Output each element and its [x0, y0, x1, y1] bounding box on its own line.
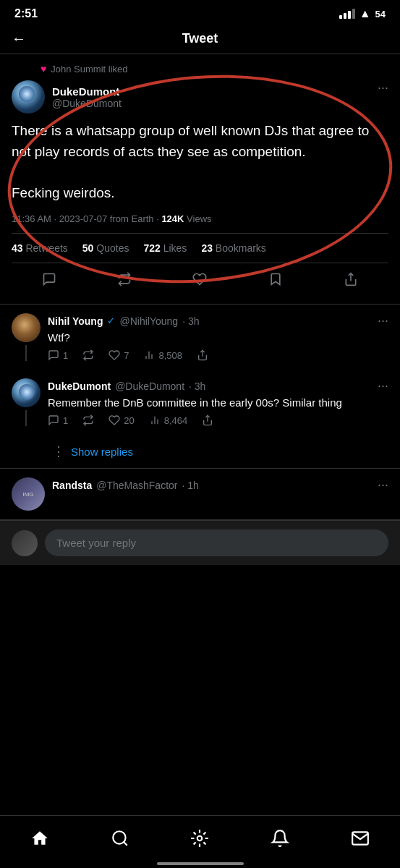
svg-point-11	[197, 836, 203, 841]
tweet-timestamp: 11:36 AM · 2023-07-07 from Earth ·	[12, 213, 161, 224]
reply-text: Wtf?	[48, 331, 388, 344]
back-button[interactable]: ←	[12, 30, 26, 47]
quotes-stat: 50 Quotes	[82, 242, 129, 254]
reply-time: · 3h	[189, 380, 205, 392]
wifi-icon: ▲	[359, 7, 371, 20]
replies-section: Nihil Young ✓ @NihilYoung · 3h ··· Wtf? …	[0, 305, 400, 521]
reply-handle: @DukeDumont	[115, 380, 184, 392]
reply-views: 8,464	[149, 414, 188, 426]
reply-avatar[interactable]	[12, 313, 41, 342]
nav-messages[interactable]	[336, 823, 384, 854]
reply-retweet-button[interactable]	[82, 349, 94, 361]
avatar[interactable]	[12, 80, 45, 114]
verified-icon: ✓	[107, 315, 115, 326]
battery-label: 54	[375, 9, 386, 20]
author-handle: @DukeDumont	[52, 98, 122, 109]
reply-author-name: Nihil Young	[48, 315, 103, 327]
nav-spaces[interactable]	[176, 823, 224, 854]
bottom-nav	[0, 815, 400, 868]
tweet-author-row: DukeDumont @DukeDumont ···	[12, 80, 388, 114]
current-user-avatar	[12, 530, 38, 556]
reply-reply-button[interactable]: 1	[48, 414, 68, 426]
reply-like-button[interactable]: 7	[108, 349, 129, 361]
reply-button[interactable]	[33, 266, 65, 292]
nav-notifications[interactable]	[256, 823, 304, 854]
share-button[interactable]	[335, 266, 367, 292]
reply-share-button[interactable]	[202, 414, 213, 426]
bookmark-button[interactable]	[260, 266, 292, 292]
reply-item: Nihil Young ✓ @NihilYoung · 3h ··· Wtf? …	[0, 305, 400, 370]
reply-more-button[interactable]: ···	[378, 378, 388, 393]
reply-text: Remember the DnB committee in the early …	[48, 396, 388, 409]
header: ← Tweet	[0, 24, 400, 54]
reply-input[interactable]	[45, 529, 388, 556]
like-button[interactable]	[184, 266, 216, 292]
reply-handle: @NihilYoung	[119, 315, 178, 327]
reply-more-button[interactable]: ···	[378, 313, 388, 328]
liked-by-row: ♥ John Summit liked	[41, 63, 388, 75]
randsta-more-button[interactable]: ···	[378, 477, 388, 493]
reply-time: · 3h	[182, 315, 199, 327]
liked-by-text: John Summit liked	[51, 64, 127, 75]
tweet-text: There is a whatsapp group of well known …	[12, 121, 388, 203]
tweet-stats: 43 Retweets 50 Quotes 722 Likes 23 Bookm…	[12, 242, 388, 263]
randsta-handle: @TheMashFactor	[96, 480, 177, 491]
reply-like-button[interactable]: 20	[108, 414, 134, 426]
author-name: DukeDumont	[52, 85, 122, 98]
thread-line	[25, 345, 27, 361]
svg-line-10	[124, 842, 127, 846]
reply-share-button[interactable]	[197, 349, 208, 361]
likes-stat: 722 Likes	[143, 242, 187, 254]
randsta-name: Randsta	[52, 480, 92, 491]
dots-icon: ⋮	[52, 443, 65, 459]
thread-line	[25, 410, 27, 426]
reply-actions: 1 7 8,508	[48, 349, 388, 361]
bookmarks-stat: 23 Bookmarks	[201, 242, 266, 254]
status-icons: ▲ 54	[339, 7, 386, 20]
reply-retweet-button[interactable]	[82, 414, 94, 426]
show-replies-button[interactable]: ⋮ Show replies	[0, 435, 400, 469]
main-tweet: ♥ John Summit liked DukeDumont @DukeDumo…	[0, 54, 400, 305]
heart-icon: ♥	[41, 63, 46, 75]
reply-reply-button[interactable]: 1	[48, 349, 68, 361]
nav-search[interactable]	[96, 823, 144, 854]
reply-avatar-dd[interactable]	[12, 378, 41, 407]
tweet-actions	[12, 263, 388, 295]
reply-views: 8,508	[143, 349, 182, 361]
page-title: Tweet	[182, 31, 218, 46]
signal-icon	[339, 9, 355, 19]
tweet-views: 124K	[161, 213, 184, 224]
randsta-avatar[interactable]: IMG	[12, 477, 45, 511]
status-time: 2:51	[14, 7, 38, 20]
tweet-views-label: Views	[184, 213, 211, 224]
reply-author-name: DukeDumont	[48, 380, 111, 392]
reply-input-row	[0, 521, 400, 565]
svg-point-9	[113, 831, 125, 843]
retweets-stat: 43 Retweets	[12, 242, 68, 254]
randsta-reply: IMG Randsta @TheMashFactor · 1h ···	[0, 469, 400, 520]
randsta-time: · 1h	[182, 480, 198, 491]
reply-actions: 1 20 8,464	[48, 414, 388, 426]
status-bar: 2:51 ▲ 54	[0, 0, 400, 24]
home-indicator	[157, 862, 244, 865]
show-replies-label: Show replies	[71, 446, 133, 458]
more-button[interactable]: ···	[378, 80, 388, 95]
retweet-button[interactable]	[108, 266, 140, 292]
tweet-meta: 11:36 AM · 2023-07-07 from Earth · 124K …	[12, 213, 388, 234]
nav-home[interactable]	[16, 823, 64, 854]
reply-item: DukeDumont @DukeDumont · 3h ··· Remember…	[0, 370, 400, 435]
